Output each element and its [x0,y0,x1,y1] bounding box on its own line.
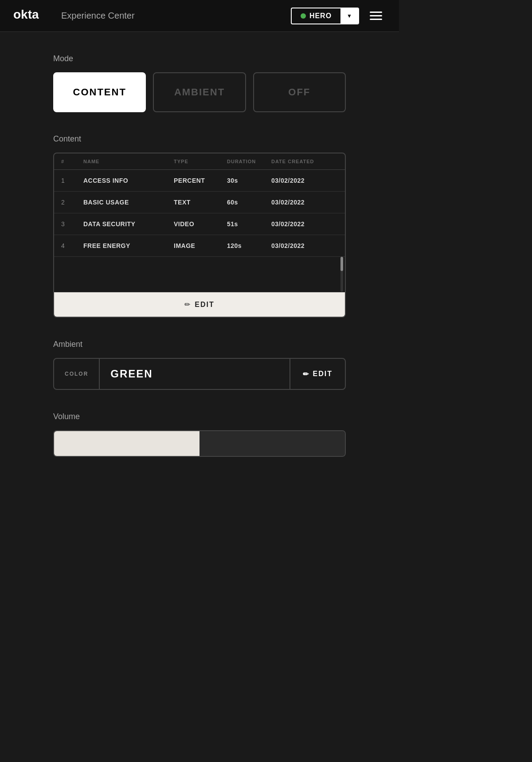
row-name: DATA SECURITY [83,220,174,228]
mode-ambient-button[interactable]: AMBIENT [153,72,246,112]
col-header-date: DATE CREATED [271,159,329,164]
header-controls: HERO ▼ [291,8,386,24]
table-scroll-area: # NAME TYPE DURATION DATE CREATED 1 ACCE… [54,153,345,292]
row-date: 03/02/2022 [271,242,329,249]
volume-section: Volume [53,412,346,457]
col-header-num: # [61,159,83,164]
mode-label: Mode [53,54,346,63]
row-name: BASIC USAGE [83,199,174,206]
table-edit-label: EDIT [195,301,214,309]
table-row[interactable]: 3 DATA SECURITY VIDEO 51s 03/02/2022 [54,213,345,235]
col-header-scroll [329,159,338,164]
content-table-wrapper: # NAME TYPE DURATION DATE CREATED 1 ACCE… [53,153,346,318]
hamburger-icon [370,12,382,13]
volume-empty [200,431,345,456]
row-type: IMAGE [174,242,227,249]
hamburger-icon [370,15,382,16]
row-duration: 30s [227,177,271,184]
content-section: Content # NAME TYPE DURATION DATE CREATE… [53,134,346,318]
color-value: GREEN [100,359,289,389]
app-title: Experience Center [61,11,135,21]
ambient-control: COLOR GREEN ✏ EDIT [53,358,346,390]
row-duration: 60s [227,199,271,206]
hero-label-area: HERO [292,8,340,24]
hero-dropdown-button[interactable]: ▼ [340,8,358,24]
row-num: 3 [61,220,83,228]
col-header-name: NAME [83,159,174,164]
row-date: 03/02/2022 [271,199,329,206]
header: okta Experience Center HERO ▼ [0,0,399,32]
row-duration: 51s [227,220,271,228]
row-date: 03/02/2022 [271,177,329,184]
pencil-icon: ✏ [184,300,190,309]
ambient-section: Ambient COLOR GREEN ✏ EDIT [53,340,346,390]
row-type: PERCENT [174,177,227,184]
chevron-down-icon: ▼ [347,13,352,19]
ambient-edit-button[interactable]: ✏ EDIT [289,359,345,389]
row-name: ACCESS INFO [83,177,174,184]
ambient-edit-label: EDIT [313,370,332,378]
row-name: FREE ENERGY [83,242,174,249]
volume-label: Volume [53,412,346,421]
color-label: COLOR [54,359,100,389]
table-row[interactable]: 4 FREE ENERGY IMAGE 120s 03/02/2022 [54,235,345,257]
svg-text:okta: okta [13,8,39,20]
mode-buttons-group: CONTENT AMBIENT OFF [53,72,346,112]
hero-label-text: HERO [309,12,332,20]
hamburger-icon [370,19,382,20]
content-section-label: Content [53,134,346,144]
row-type: TEXT [174,199,227,206]
menu-button[interactable] [366,8,386,24]
logo-area: okta Experience Center [13,8,135,24]
row-duration: 120s [227,242,271,249]
row-num: 1 [61,177,83,184]
status-dot [301,13,306,19]
table-row[interactable]: 2 BASIC USAGE TEXT 60s 03/02/2022 [54,192,345,213]
pencil-icon: ✏ [303,370,309,378]
table-body: 1 ACCESS INFO PERCENT 30s 03/02/2022 2 B… [54,170,345,292]
col-header-type: TYPE [174,159,227,164]
table-edit-button[interactable]: ✏ EDIT [54,292,345,317]
main-content: Mode CONTENT AMBIENT OFF Content # NAME … [0,32,399,501]
row-num: 2 [61,199,83,206]
hero-selector[interactable]: HERO ▼ [291,8,359,24]
mode-off-button[interactable]: OFF [253,72,346,112]
okta-logo: okta [13,8,45,24]
table-header: # NAME TYPE DURATION DATE CREATED [54,153,345,170]
ambient-section-label: Ambient [53,340,346,349]
volume-fill [54,431,200,456]
mode-section: Mode CONTENT AMBIENT OFF [53,54,346,112]
volume-slider[interactable] [53,430,346,457]
row-num: 4 [61,242,83,249]
row-type: VIDEO [174,220,227,228]
col-header-duration: DURATION [227,159,271,164]
row-date: 03/02/2022 [271,220,329,228]
table-row[interactable]: 1 ACCESS INFO PERCENT 30s 03/02/2022 [54,170,345,192]
mode-content-button[interactable]: CONTENT [53,72,146,112]
